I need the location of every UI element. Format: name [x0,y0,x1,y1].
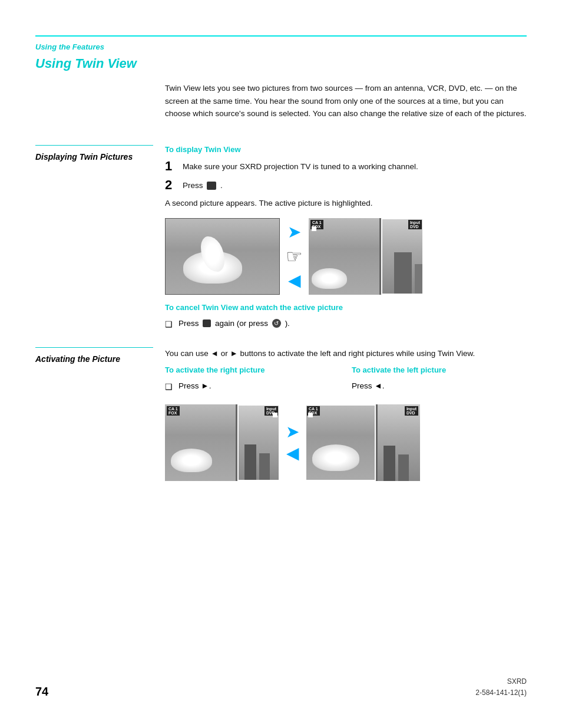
right-press-step: ❑ Press ►. [165,380,340,393]
model-label: SXRD [475,676,527,687]
twin-screen-image: CA 1FOX InputDVD [309,218,424,295]
bullet-icon: ❑ [165,319,173,331]
part-number-label: 2-584-141-12(1) [475,687,527,699]
single-screen-image [165,218,280,295]
right-bullet-icon: ❑ [165,381,173,393]
display-subheading: To display Twin View [165,145,527,154]
step-1-text: Make sure your SXRD projection TV is tun… [183,160,418,173]
step-2-desc: A second picture appears. The active pic… [165,197,527,209]
step-2-text: Press . [183,179,223,192]
building-4 [398,454,409,481]
section-divider-1 [35,145,153,146]
cancel-subheading: To cancel Twin View and watch the active… [165,303,527,312]
right-col-intro: Twin View lets you see two pictures from… [165,82,527,134]
building-3 [384,446,395,481]
main-pic-swan [309,218,379,295]
left-press-step: Press ◄. [352,380,527,392]
page-number: 74 [35,685,48,699]
left-pic-active [305,404,376,481]
twin-screen-left-active: CA 1FOX InputDVD [305,404,420,481]
displaying-heading: Displaying Twin Pictures [35,151,153,163]
arrow-left-icon-2: ◀ [286,445,299,462]
hand-cursor-icon: ☞ [286,245,303,268]
step-2-press-label: Press [183,181,203,190]
section-activating: Activating the Picture You can use ◄ or … [35,347,527,481]
left-press-label: Press ◄. [352,380,384,392]
left-active-indicator [308,413,313,417]
section-displaying: Displaying Twin Pictures To display Twin… [35,145,527,334]
arrow-right-icon-2: ➤ [286,424,299,440]
content-area: Twin View lets you see two pictures from… [35,82,527,134]
breadcrumb: Using the Features [35,42,527,51]
right-arrow-symbol: ► [201,381,209,390]
dvd-badge: InputDVD [408,220,422,229]
cancel-again-text: again (or press [215,319,268,328]
right-col-activating: You can use ◄ or ► buttons to activate t… [165,347,527,481]
building-2 [259,453,270,480]
step-2-number: 2 [165,179,177,192]
cancel-suffix: ). [285,319,290,328]
cancel-press-label: Press [178,319,199,328]
step-2-period: . [220,181,223,190]
main-title: Using Twin View [35,56,527,71]
active-indicator [312,226,316,231]
intro-paragraph: Twin View lets you see two pictures from… [165,82,527,120]
left-arrow-symbol: ◄ [374,381,382,390]
arrow-left-icon: ◀ [288,272,301,289]
swan-full-image [166,219,280,295]
swan-body-2 [171,449,212,472]
cancel-text: Press again (or press ↺ ). [178,318,290,330]
cancel-round-button-icon[interactable]: ↺ [272,319,281,328]
swan-body-3 [312,444,359,471]
left-pic-inactive [165,404,236,481]
footer-info: SXRD 2-584-141-12(1) [475,676,527,699]
activate-right-col: To activate the right picture ❑ Press ►. [165,365,340,397]
activate-left-col: To activate the left picture Press ◄. [352,365,527,397]
small-pic-building [381,218,424,295]
right-pic-inactive [378,404,420,481]
cancel-step: ❑ Press again (or press ↺ ). [165,318,527,331]
right-subheading: To activate the right picture [165,365,340,374]
activate-intro: You can use ◄ or ► buttons to activate t… [165,347,527,360]
section-divider-2 [35,347,153,348]
dvd-badge-3: InputDVD [405,406,418,416]
ch1-badge-2: CA 1FOX [167,406,180,416]
building-1 [244,444,256,480]
bottom-image-row: CA 1FOX InputDVD ➤ [165,404,527,481]
step-1-number: 1 [165,160,177,173]
right-active-indicator [273,413,277,417]
arrow-right-icon: ➤ [287,224,301,241]
left-col-intro [35,82,165,134]
page-container: Using the Features Using Twin View Twin … [0,0,562,728]
swan-in-twin-image [309,218,379,295]
arrow-column-2: ➤ ◀ [286,424,299,462]
image-row-1: ➤ ☞ ◀ CA 1FOX InputDVD [165,218,527,295]
step-2: 2 Press . [165,179,527,192]
left-subheading: To activate the left picture [352,365,527,374]
twin-screen-right-active: CA 1FOX InputDVD [165,404,280,481]
building-pic-image [382,219,422,294]
left-col-displaying: Displaying Twin Pictures [35,145,165,334]
right-col-displaying: To display Twin View 1 Make sure your SX… [165,145,527,334]
top-rule [35,35,527,37]
arrow-column-1: ➤ ☞ ◀ [286,224,303,289]
step-1: 1 Make sure your SXRD projection TV is t… [165,160,527,173]
twin-view-button-icon[interactable] [207,182,216,190]
activating-heading: Activating the Picture [35,354,153,365]
right-press-label: Press ►. [178,380,211,392]
left-col-activating: Activating the Picture [35,347,165,481]
activate-columns: To activate the right picture ❑ Press ►.… [165,365,527,397]
cancel-twin-button-icon[interactable] [203,319,211,327]
